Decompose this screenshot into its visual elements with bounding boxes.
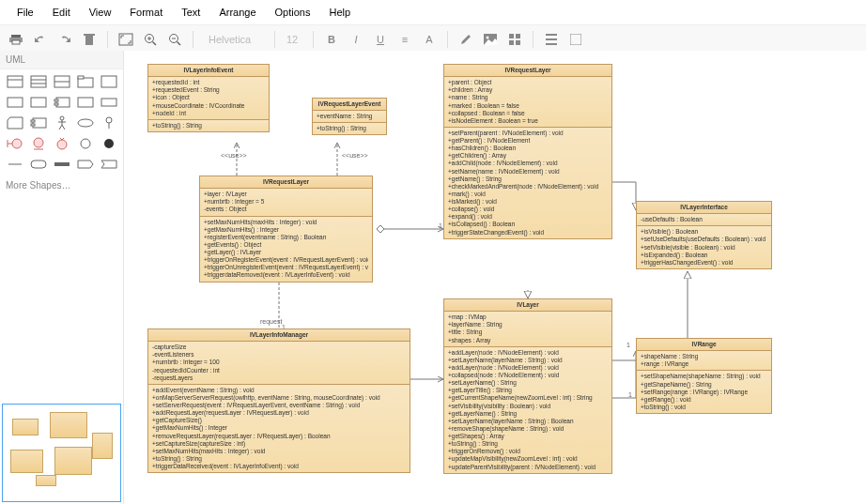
connector-label-use1: <<use>> xyxy=(221,152,247,159)
shape-interface-icon[interactable] xyxy=(51,73,72,90)
font-size-select[interactable]: 12 xyxy=(283,32,305,47)
shape-usecase-icon[interactable] xyxy=(74,115,96,131)
connector-mult-1c: 1 xyxy=(626,342,630,348)
uml-class-requestLayerEvent[interactable]: IVRequestLayerEvent+eventName : String+t… xyxy=(312,98,387,135)
undo-icon[interactable] xyxy=(30,29,51,50)
shape-rect2-icon[interactable] xyxy=(74,94,96,111)
shape-object-icon[interactable] xyxy=(98,73,119,90)
shape-fork-icon[interactable] xyxy=(51,156,72,173)
font-family-select[interactable]: Helvetica xyxy=(201,32,267,47)
svg-line-11 xyxy=(178,42,181,46)
shape-send-icon[interactable] xyxy=(98,156,119,173)
zoom-in-icon[interactable] xyxy=(140,29,161,50)
more-shapes-link[interactable]: More Shapes… xyxy=(0,176,123,194)
shape-class2-icon[interactable] xyxy=(27,73,49,90)
shape-boundary-icon[interactable] xyxy=(4,135,25,152)
uml-class-layerInfoManager[interactable]: IVLayerInfoManager-captureSize-eventList… xyxy=(147,328,410,473)
svg-rect-33 xyxy=(8,98,23,107)
svg-rect-36 xyxy=(54,99,58,101)
svg-point-48 xyxy=(78,119,93,127)
svg-point-56 xyxy=(57,140,67,149)
menu-options[interactable]: Options xyxy=(266,4,320,21)
svg-rect-2 xyxy=(12,40,20,44)
shape-actor-icon[interactable] xyxy=(51,115,72,131)
shape-end-icon[interactable] xyxy=(98,135,119,152)
svg-rect-42 xyxy=(31,124,35,126)
shape-note-icon[interactable] xyxy=(4,94,25,111)
shape-palette xyxy=(0,69,123,176)
font-color-icon[interactable]: A xyxy=(419,29,440,50)
menu-view[interactable]: View xyxy=(80,4,121,21)
menu-file[interactable]: File xyxy=(8,4,43,21)
svg-rect-37 xyxy=(54,103,58,105)
shape-control-icon[interactable] xyxy=(51,135,72,152)
uml-class-layerInfoEvent[interactable]: IVLayerInfoEvent+requestedId : int+reque… xyxy=(147,64,270,132)
menu-help[interactable]: Help xyxy=(319,4,360,21)
connector-mult-1d: 1 xyxy=(628,391,632,398)
image-icon[interactable] xyxy=(480,29,501,50)
sidebar: UML More Shapes… xyxy=(0,51,124,504)
svg-point-14 xyxy=(487,37,489,39)
shape-package-icon[interactable] xyxy=(4,115,25,131)
svg-rect-4 xyxy=(84,34,95,36)
shape-receive-icon[interactable] xyxy=(74,156,96,173)
shape-component2-icon[interactable] xyxy=(27,115,49,131)
zoom-out-icon[interactable] xyxy=(164,29,185,50)
svg-rect-18 xyxy=(516,40,520,45)
svg-rect-34 xyxy=(31,98,46,107)
print-icon[interactable] xyxy=(6,29,26,50)
shape-start-icon[interactable] xyxy=(74,135,96,152)
underline-icon[interactable]: U xyxy=(370,29,391,50)
svg-rect-3 xyxy=(85,36,93,45)
shape-tab-icon[interactable] xyxy=(74,73,96,90)
shape-entity-icon[interactable] xyxy=(27,135,49,152)
menubar: File Edit View Format Text Arrange Optio… xyxy=(0,0,866,25)
menu-edit[interactable]: Edit xyxy=(43,4,80,21)
shape-component-icon[interactable] xyxy=(51,94,72,111)
shape-lollipop-icon[interactable] xyxy=(98,115,119,131)
redo-icon[interactable] xyxy=(54,29,75,50)
svg-line-7 xyxy=(153,42,157,46)
uml-class-requestLayer[interactable]: IVRequestLayer+layer : IVLayer+numbrtb :… xyxy=(199,176,373,283)
sidebar-section-title: UML xyxy=(0,51,123,69)
uml-class-range[interactable]: IVRange+shapeName : String+range : IVRan… xyxy=(636,338,772,414)
menu-format[interactable]: Format xyxy=(120,4,172,21)
shape-class-icon[interactable] xyxy=(4,73,25,90)
grid-icon[interactable] xyxy=(504,29,525,50)
connector-mult-1b: 1 xyxy=(439,222,442,229)
shape-rect3-icon[interactable] xyxy=(98,94,119,111)
diagram-canvas[interactable]: <<use>> <<use>> request 1 1 1 1 IVLayerI… xyxy=(124,51,866,504)
svg-rect-25 xyxy=(31,76,46,87)
menu-arrange[interactable]: Arrange xyxy=(209,4,265,21)
align-icon[interactable] xyxy=(541,29,562,50)
bold-icon[interactable]: B xyxy=(321,29,342,50)
shape-rect-icon[interactable] xyxy=(27,94,49,111)
svg-rect-31 xyxy=(78,76,84,79)
svg-line-47 xyxy=(62,125,65,130)
menu-text[interactable]: Text xyxy=(172,4,209,21)
uml-class-requestLayer2[interactable]: IVRequestLayer+parent : Object+children … xyxy=(443,64,612,239)
svg-point-54 xyxy=(34,138,43,147)
italic-icon[interactable]: I xyxy=(346,29,366,50)
svg-rect-23 xyxy=(8,76,23,87)
shape-line-icon[interactable] xyxy=(4,156,25,173)
svg-rect-41 xyxy=(31,120,35,122)
delete-icon[interactable] xyxy=(79,29,100,50)
strike-icon[interactable]: ≡ xyxy=(394,29,415,50)
svg-point-51 xyxy=(12,139,22,148)
svg-rect-61 xyxy=(54,162,70,166)
svg-rect-0 xyxy=(11,35,21,38)
distribute-icon[interactable] xyxy=(565,29,586,50)
fit-page-icon[interactable] xyxy=(116,29,136,50)
connector-label-request: request xyxy=(260,318,282,325)
svg-point-58 xyxy=(104,139,114,148)
uml-class-layerInterface[interactable]: IVLayerInterface-useDefaults : Boolean+i… xyxy=(636,201,772,269)
shape-activity-icon[interactable] xyxy=(27,156,49,173)
svg-rect-39 xyxy=(101,99,116,106)
navigator-panel[interactable] xyxy=(2,404,121,502)
svg-point-43 xyxy=(60,116,64,120)
pencil-icon[interactable] xyxy=(456,29,476,50)
svg-rect-21 xyxy=(546,43,557,45)
svg-rect-15 xyxy=(509,34,514,38)
uml-class-layer[interactable]: IVLayer+map : IVMap+layerName : String+t… xyxy=(443,298,612,474)
